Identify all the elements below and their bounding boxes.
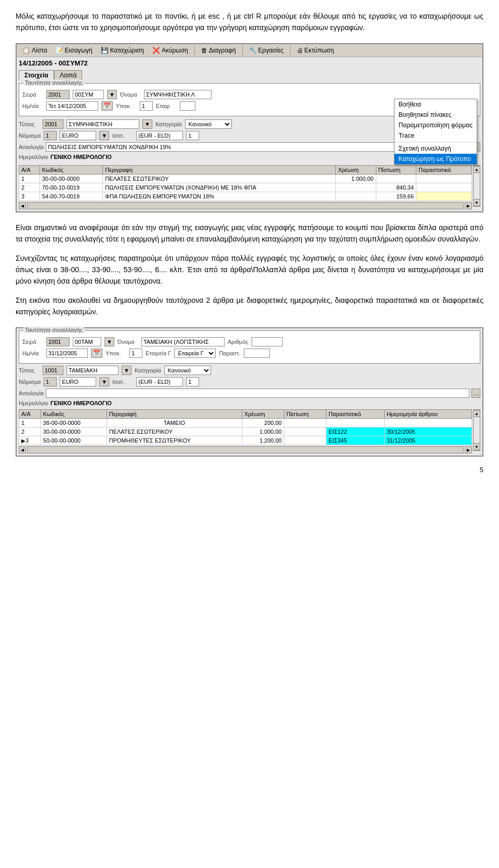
col2-kodikos: Κωδικός (41, 409, 107, 418)
typos-name-input-2[interactable] (67, 366, 119, 375)
aitiologia-input-2[interactable] (46, 389, 469, 398)
etaireia-label-2: Εταιρεία Γ (146, 350, 171, 356)
nomisma-num-input[interactable] (44, 131, 57, 140)
nomisma-num-input-2[interactable] (44, 377, 57, 386)
seira-label-2: Σειρά (22, 339, 43, 345)
etaip-input[interactable] (180, 101, 195, 111)
context-voithitikoi[interactable]: Βοηθητικοί πίνακες (395, 110, 477, 120)
seira-code-input[interactable] (73, 90, 104, 99)
tab-loipa[interactable]: Λοιπά (54, 70, 82, 80)
toolbar-diagrafi[interactable]: 🗑 Διαγραφή (198, 45, 240, 56)
tab-stoixeia[interactable]: Στοιχεία (19, 70, 54, 80)
nomisma-name-input-2[interactable] (60, 377, 96, 386)
identity-section-2: Ταυτότητα συναλλαγής Σειρά ▼ Όνομα Αριθμ… (19, 330, 480, 364)
scroll-track-h[interactable] (27, 202, 464, 209)
cell-kodikos: 54-00-70-0019 (40, 192, 102, 201)
toolbar-lista[interactable]: 📋 Λίστα (19, 45, 51, 56)
scroll-up-btn[interactable]: ▲ (473, 166, 480, 173)
context-parametropoiisi[interactable]: Παραμετροποίηση φόρμας (395, 120, 477, 130)
typos-select-btn[interactable]: ▼ (142, 119, 152, 129)
scroll-down-btn-2[interactable]: ▼ (473, 443, 480, 450)
etaireia-select-2[interactable]: Εταιρεία Γ (174, 349, 216, 358)
scroll-right-btn-2[interactable]: ▶ (465, 446, 472, 453)
seira-code-input-2[interactable] (73, 337, 101, 346)
table-row-2[interactable]: 2 30-00-00-0000 ΠΕΛΑΤΕΣ ΕΣΩΤΕΡΙΚΟΥ 1.000… (19, 427, 472, 436)
toolbar-akyrose[interactable]: ❌ Ακύρωση (149, 45, 192, 56)
col-kodikos: Κωδικός (40, 165, 102, 174)
typos-name-input[interactable] (67, 119, 139, 129)
col2-pistosi: Πίστωση (284, 409, 326, 418)
seira-input[interactable] (46, 90, 70, 99)
onoma-input[interactable] (144, 90, 212, 99)
isot-num-input[interactable] (186, 131, 199, 140)
h-scrollbar-2[interactable]: ◀ ▶ (19, 446, 472, 453)
h-scrollbar[interactable]: ◀ ▶ (19, 202, 472, 209)
hmnia-input[interactable] (46, 101, 98, 111)
hmnia-label-2: Ημ/νία (22, 350, 43, 356)
table-row-2[interactable]: ▶3 50-00-00-0000 ΠΡΟΜΗΘΕΥΤΕΣ ΕΣΩΤΕΡΙΚΟΥ … (19, 436, 472, 445)
cell-parastatiiko (416, 174, 472, 183)
arithmos-input-2[interactable] (252, 337, 283, 346)
parast-input-2[interactable] (244, 349, 270, 358)
scroll-down-btn[interactable]: ▼ (473, 199, 480, 206)
table-row[interactable]: 3 54-00-70-0019 ΦΠΑ ΠΩΛΗΣΕΩΝ ΕΜΠΟΡΕΥΜΑΤΩ… (19, 192, 472, 201)
toolbar-ektyposi[interactable]: 🖨 Εκτύπωση (293, 45, 338, 56)
akyrose-icon: ❌ (152, 47, 160, 54)
v-scrollbar-2[interactable]: ▲ ▼ (473, 409, 480, 451)
scroll-track-h-2[interactable] (27, 446, 464, 453)
context-schetiki[interactable]: Σχετική συναλλαγή (395, 143, 477, 154)
toolbar-kataxorisi[interactable]: 💾 Καταχώριση (97, 45, 148, 56)
paragraph-1: Μόλις καταχωρήσουμε το παραστατικό με το… (16, 10, 483, 34)
katigoria-select[interactable]: Κανονικό (185, 119, 232, 129)
v-scrollbar[interactable]: ▲ ▼ (473, 165, 480, 207)
seira-input-2[interactable] (46, 337, 70, 346)
ypok-input-2[interactable] (129, 349, 142, 358)
scroll-right-btn[interactable]: ▶ (465, 202, 472, 209)
hmnia-cal-btn[interactable]: 📅 (101, 101, 113, 111)
seira-browse-btn[interactable]: ▼ (107, 90, 117, 99)
seira-label: Σειρά (22, 91, 43, 98)
nomisma-select-btn-2[interactable]: ▼ (99, 377, 109, 386)
table-row[interactable]: 2 70-00-10-0019 ΠΩΛΗΣΕΙΣ ΕΜΠΟΡΕΥΜΑΤΩΝ (Χ… (19, 183, 472, 192)
context-kataxorisi-prototype[interactable]: Καταχώρηση ως Πρότυπο (395, 154, 477, 164)
cell-xreosi: 1.000,00 (336, 174, 376, 183)
scroll-left-btn-2[interactable]: ◀ (19, 446, 26, 453)
nomisma-name-input[interactable] (60, 131, 96, 140)
entries-table-2: Α/Α Κωδικός Περιγραφή Χρέωση Πίστωση Παρ… (19, 409, 472, 445)
scroll-track-v-2 (474, 417, 480, 443)
toolbar-eisagogi[interactable]: 📝 Εισαγωγή (52, 45, 96, 56)
hmnia-cal-btn-2[interactable]: 📅 (91, 349, 102, 358)
seira-browse-btn-2[interactable]: ▼ (104, 337, 114, 346)
col2-xreosi: Χρέωση (242, 409, 284, 418)
typos-num-input-2[interactable] (43, 366, 63, 375)
typos-select-btn-2[interactable]: ▼ (122, 366, 132, 375)
katigoria-select-2[interactable]: Κανονικό (164, 366, 211, 375)
onoma-input-2[interactable] (141, 337, 225, 346)
context-boitheia[interactable]: Βοήθεια (395, 99, 477, 110)
col-parastatiiko: Παραστατικό (416, 165, 472, 174)
scroll-track-v (474, 173, 480, 199)
typos-num-input[interactable] (43, 119, 63, 129)
nomisma-select-btn[interactable]: ▼ (99, 131, 109, 140)
cell-aa: 1 (19, 174, 40, 183)
cell2-parastatiiko: ΕΙΣ345 (326, 436, 385, 445)
context-trace[interactable]: Trace (395, 130, 477, 141)
ypok-input[interactable] (140, 101, 153, 111)
aitiologia-row-2: Αιτιολογία ... (19, 389, 480, 398)
window-1: 📋 Λίστα 📝 Εισαγωγή 💾 Καταχώριση ❌ Ακύρωσ… (16, 43, 483, 212)
cell2-perigrafi: ΠΕΛΑΤΕΣ ΕΣΩΤΕΡΙΚΟΥ (107, 427, 242, 436)
table-row-2[interactable]: 1 38-00-00-0000 ΤΑΜΕΙΟ 200,00 (19, 418, 472, 427)
parast-label-2: Παραστ. (219, 350, 240, 356)
scroll-left-btn[interactable]: ◀ (19, 202, 26, 209)
aitiologia-browse-btn-2[interactable]: ... (471, 389, 480, 398)
table-row[interactable]: 1 30-00-00-0000 ΠΕΛΑΤΕΣ ΕΣΩΤΕΡΙΚΟΥ 1.000… (19, 174, 472, 183)
isot-num-input-2[interactable] (186, 377, 199, 386)
table-wrapper-2: Α/Α Κωδικός Περιγραφή Χρέωση Πίστωση Παρ… (19, 409, 480, 453)
cell2-hmeroimia (384, 418, 471, 427)
isot-input[interactable] (136, 131, 183, 140)
toolbar-ergasies[interactable]: 🔧 Εργασίες (245, 45, 287, 56)
scroll-up-btn-2[interactable]: ▲ (473, 410, 480, 417)
isot-input-2[interactable] (136, 377, 183, 386)
hmnia-input-2[interactable] (46, 349, 88, 358)
cell2-kodikos: 30-00-00-0000 (41, 427, 107, 436)
